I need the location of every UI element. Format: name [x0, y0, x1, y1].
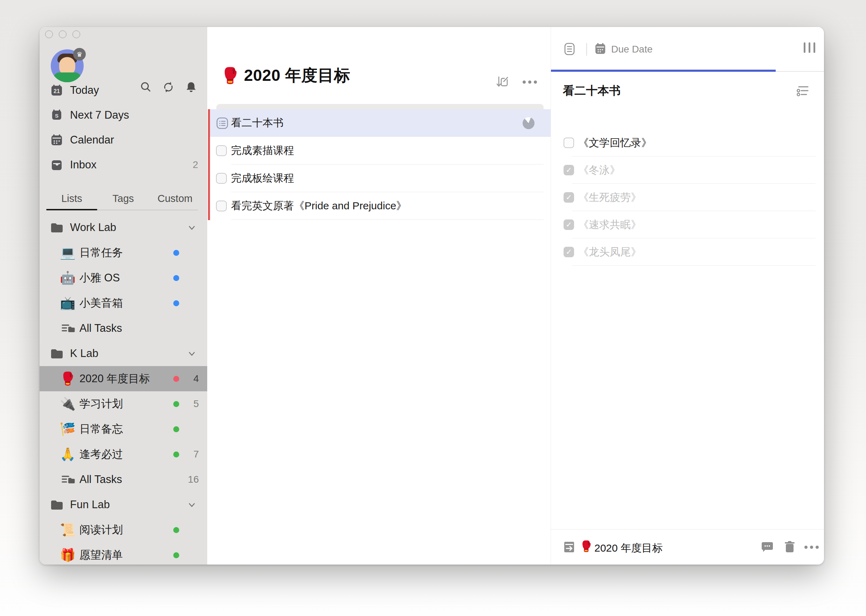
sidebar-tabs: Lists Tags Custom: [39, 188, 207, 211]
user-avatar[interactable]: ♛: [51, 49, 84, 82]
progress-pie-icon: [523, 117, 534, 129]
tab-custom[interactable]: Custom: [149, 190, 201, 207]
sidebar-list-pass-exams[interactable]: 🙏 逢考必过 7: [39, 442, 207, 467]
checklist-options-button[interactable]: [795, 84, 811, 97]
task-list-panel: 🥊 2020 年度目标: [207, 27, 551, 564]
more-options-button[interactable]: [522, 74, 537, 90]
checklist-item[interactable]: ✓ 《生死疲劳》: [551, 184, 824, 211]
comment-button[interactable]: [759, 539, 775, 555]
sidebar-item-inbox[interactable]: Inbox 2: [39, 152, 207, 177]
folder-k-lab[interactable]: K Lab: [39, 341, 207, 366]
checklist-item[interactable]: 《文学回忆录》: [551, 129, 824, 156]
more-icon: [805, 546, 819, 549]
list-label: 日常备忘: [79, 422, 123, 437]
sidebar-list-reading-plan[interactable]: 📜 阅读计划: [39, 517, 207, 542]
subtask-checkbox[interactable]: [564, 138, 574, 148]
sidebar-item-next7days[interactable]: S Next 7 Days: [39, 102, 207, 127]
sidebar-list-2020-goals[interactable]: 🥊 2020 年度目标 4: [39, 366, 207, 391]
subtask-label: 《速求共眠》: [578, 218, 641, 232]
detail-tab-bar: Due Date: [551, 27, 824, 72]
boxing-glove-emoji-icon: 🥊: [220, 66, 240, 85]
folder-label: Fun Lab: [70, 498, 110, 511]
sidebar-list-daily-tasks[interactable]: 💻 日常任务: [39, 240, 207, 265]
tab-tags[interactable]: Tags: [98, 190, 148, 207]
chevron-down-icon[interactable]: [187, 500, 197, 510]
list-color-dot: [173, 275, 179, 281]
sidebar-all-tasks-work-lab[interactable]: All Tasks: [39, 316, 207, 341]
subtask-checkbox-checked[interactable]: ✓: [564, 192, 574, 203]
subtask-checklist: 《文学回忆录》 ✓ 《冬泳》 ✓ 《生死疲劳》 ✓ 《速求共眠》 ✓ 《龙头凤尾…: [551, 129, 824, 266]
smart-lists: 21 Today S Next 7 Days: [39, 78, 207, 177]
task-row-read-20-books[interactable]: 看二十本书: [210, 109, 551, 137]
task-checkbox[interactable]: [216, 201, 227, 211]
minimize-window-button[interactable]: [59, 30, 66, 38]
sidebar-item-label: Next 7 Days: [70, 109, 129, 121]
sidebar-item-label: Calendar: [70, 134, 114, 146]
tab-bar-border: [776, 71, 824, 72]
detail-more-button[interactable]: [804, 539, 819, 555]
task-title: 看二十本书: [231, 116, 283, 130]
tab-lists[interactable]: Lists: [46, 190, 97, 207]
list-color-dot: [173, 527, 179, 533]
move-to-list-icon[interactable]: [563, 541, 576, 554]
sidebar-list-xiaoya-os[interactable]: 🤖 小雅 OS: [39, 265, 207, 291]
subtask-checkbox-checked[interactable]: ✓: [564, 165, 574, 175]
task-row-pride-and-prejudice[interactable]: 看完英文原著《Pride and Prejudice》: [210, 192, 551, 220]
list-label: 学习计划: [79, 396, 123, 411]
sidebar: ♛: [39, 27, 207, 564]
active-tab-indicator: [46, 209, 97, 211]
sidebar-item-calendar[interactable]: Calendar: [39, 127, 207, 152]
task-row-sketch-course[interactable]: 完成素描课程: [210, 137, 551, 165]
close-window-button[interactable]: [45, 30, 53, 38]
folder-work-lab[interactable]: Work Lab: [39, 215, 207, 240]
sidebar-item-today[interactable]: 21 Today: [39, 78, 207, 102]
list-label: 2020 年度目标: [79, 371, 150, 386]
sidebar-list-xiaomei-speaker[interactable]: 📺 小美音箱: [39, 291, 207, 316]
sidebar-list-study-plan[interactable]: 🔌 学习计划 5: [39, 391, 207, 416]
task-count: 7: [178, 449, 199, 460]
sidebar-list-daily-memo[interactable]: 🎏 日常备忘: [39, 416, 207, 442]
zoom-window-button[interactable]: [72, 30, 80, 38]
tab-divider: [586, 43, 587, 56]
checklist-item[interactable]: ✓ 《龙头凤尾》: [551, 238, 824, 266]
folder-fun-lab[interactable]: Fun Lab: [39, 492, 207, 517]
list-color-dot: [173, 552, 179, 558]
subtask-label: 《龙头凤尾》: [578, 245, 641, 259]
task-title: 看完英文原著《Pride and Prejudice》: [231, 199, 407, 213]
sidebar-list-wish-list[interactable]: 🎁 愿望清单: [39, 542, 207, 564]
calendar-21-icon: 21: [50, 84, 63, 97]
premium-crown-icon: ♛: [73, 48, 86, 61]
activity-columns-button[interactable]: [804, 42, 815, 53]
list-color-dot: [173, 300, 179, 306]
sidebar-all-tasks-k-lab[interactable]: All Tasks 16: [39, 467, 207, 492]
list-color-dot: [173, 426, 179, 432]
list-label: 小雅 OS: [79, 270, 120, 285]
folder-icon: [50, 499, 63, 511]
checklist-item[interactable]: ✓ 《速求共眠》: [551, 211, 824, 238]
note-tab-icon[interactable]: [564, 42, 577, 56]
chevron-down-icon[interactable]: [187, 223, 197, 233]
sort-button[interactable]: [495, 74, 511, 90]
subtask-checkbox-checked[interactable]: ✓: [564, 247, 574, 257]
folded-hands-emoji-icon: 🙏: [60, 448, 74, 460]
more-icon: [523, 80, 537, 84]
delete-button[interactable]: [782, 539, 797, 555]
due-date-tab[interactable]: Due Date: [611, 43, 652, 56]
row-divider: [231, 220, 544, 220]
subtask-checkbox-checked[interactable]: ✓: [564, 220, 574, 230]
list-label: All Tasks: [79, 322, 122, 335]
list-header-actions: [495, 74, 537, 90]
page-title: 2020 年度目标: [244, 65, 350, 86]
chevron-down-icon[interactable]: [187, 349, 197, 359]
subtask-label: 《冬泳》: [578, 163, 620, 178]
task-row-digital-painting-course[interactable]: 完成板绘课程: [210, 165, 551, 192]
parent-list-name[interactable]: 2020 年度目标: [594, 541, 663, 555]
comment-icon: [760, 540, 774, 554]
task-checkbox[interactable]: [216, 145, 227, 156]
inbox-icon: [50, 158, 63, 171]
list-label: 小美音箱: [79, 296, 123, 310]
task-checkbox[interactable]: [216, 173, 227, 184]
checklist-item[interactable]: ✓ 《冬泳》: [551, 156, 824, 184]
task-detail-panel: Due Date 看二十本书 《文学回忆录》 ✓ 《冬泳》: [551, 27, 824, 564]
list-color-dot: [173, 250, 179, 256]
